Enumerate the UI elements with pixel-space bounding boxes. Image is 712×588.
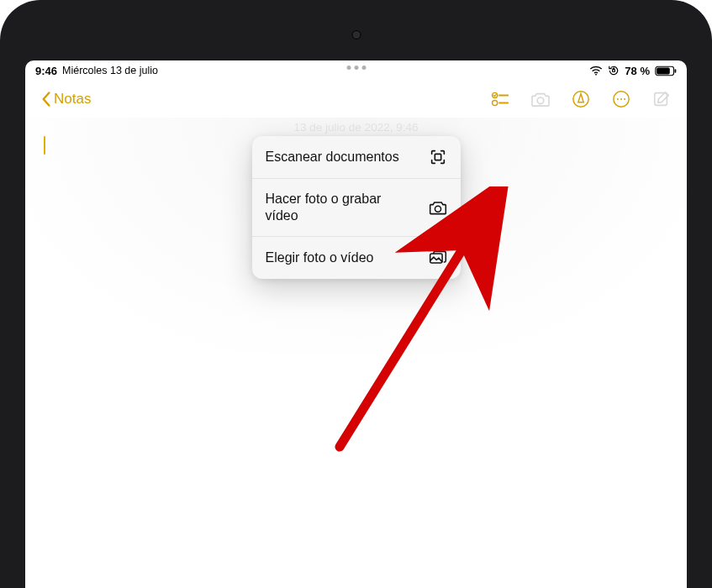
status-right: 78 %	[589, 65, 677, 77]
menu-scan-documents[interactable]: Escanear documentos	[252, 136, 461, 179]
orientation-lock-icon	[608, 65, 620, 76]
checklist-button[interactable]	[490, 89, 510, 109]
svg-point-13	[620, 98, 622, 100]
camera-menu-popover: Escanear documentos Hacer foto o grabar …	[252, 136, 461, 279]
menu-choose-photo-video[interactable]: Elegir foto o vídeo	[252, 237, 461, 279]
menu-label: Elegir foto o vídeo	[266, 249, 374, 266]
svg-rect-3	[675, 69, 677, 72]
multitask-dots[interactable]	[346, 66, 366, 70]
compose-button[interactable]	[651, 89, 672, 109]
note-timestamp: 13 de julio de 2022, 9:46	[294, 121, 419, 134]
nav-bar: Notas	[25, 81, 687, 118]
svg-point-9	[537, 97, 544, 104]
svg-point-7	[493, 100, 498, 105]
menu-label: Escanear documentos	[266, 149, 399, 165]
battery-icon	[655, 66, 677, 76]
menu-take-photo-video[interactable]: Hacer foto o grabar vídeo	[252, 179, 461, 237]
svg-point-14	[624, 98, 625, 100]
svg-point-17	[435, 206, 440, 212]
battery-text: 78 %	[625, 65, 650, 77]
scan-icon	[429, 148, 447, 166]
svg-rect-1	[613, 70, 615, 72]
markup-button[interactable]	[571, 89, 591, 109]
back-button[interactable]: Notas	[40, 91, 91, 108]
svg-point-0	[595, 74, 597, 76]
svg-rect-4	[657, 67, 670, 74]
chevron-left-icon	[40, 91, 52, 108]
menu-label: Hacer foto o grabar vídeo	[266, 191, 400, 224]
svg-rect-16	[435, 154, 440, 160]
svg-point-12	[617, 98, 619, 100]
camera-button[interactable]	[530, 89, 551, 109]
back-label: Notas	[54, 91, 91, 108]
ipad-frame: 9:46 Miércoles 13 de julio	[0, 0, 712, 588]
camera-icon	[429, 198, 447, 217]
status-time: 9:46	[35, 65, 57, 77]
wifi-icon	[589, 66, 603, 76]
status-left: 9:46 Miércoles 13 de julio	[35, 65, 158, 77]
toolbar	[490, 89, 672, 109]
gallery-icon	[429, 249, 447, 267]
text-cursor	[44, 136, 45, 155]
front-camera	[351, 30, 361, 39]
more-button[interactable]	[611, 89, 631, 109]
status-bar: 9:46 Miércoles 13 de julio	[25, 60, 687, 81]
screen: 9:46 Miércoles 13 de julio	[25, 60, 687, 588]
status-date: Miércoles 13 de julio	[62, 65, 158, 76]
